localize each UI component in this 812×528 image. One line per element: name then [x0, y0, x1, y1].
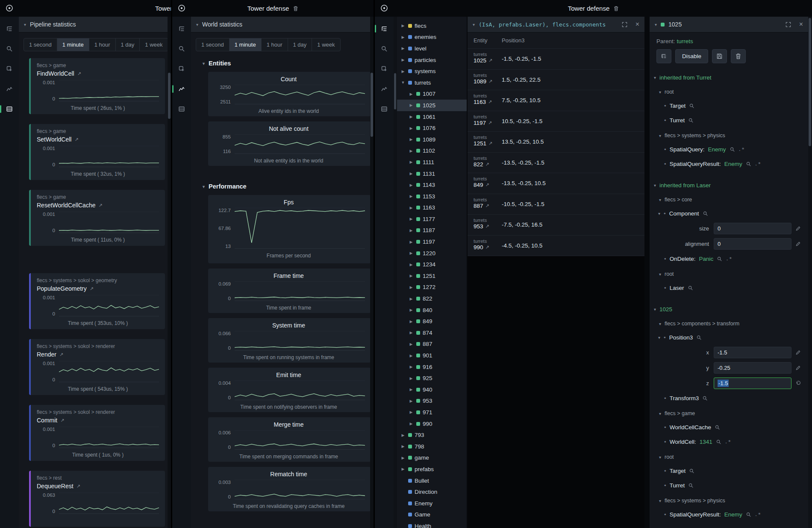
open-link-icon[interactable]: ↗ — [98, 203, 102, 208]
chevron-right-icon[interactable]: ▶ — [409, 160, 414, 164]
open-link-icon[interactable]: ↗ — [74, 137, 78, 142]
chevron-right-icon[interactable]: ▶ — [409, 365, 414, 369]
component-row-ondelete-[interactable]: •OnDelete:Panic.* — [664, 251, 808, 266]
z-input[interactable]: -1.5 — [714, 378, 791, 389]
open-link-icon[interactable]: ↗ — [485, 182, 489, 188]
chevron-right-icon[interactable]: ▶ — [409, 149, 414, 153]
edit-icon[interactable] — [795, 365, 801, 371]
entity-id-link[interactable]: 822 — [474, 161, 483, 168]
world-stats-panel-header[interactable]: ▾ World statistics — [191, 17, 374, 32]
tree-item-1102[interactable]: ▶1102 — [397, 145, 467, 157]
chart-view-icon[interactable] — [4, 84, 15, 94]
flecs-logo[interactable] — [177, 4, 186, 12]
timespan-tab-1-day[interactable]: 1 day — [288, 38, 312, 51]
tree-item-1007[interactable]: ▶1007 — [397, 88, 467, 100]
scrollbar-thumb[interactable] — [394, 73, 396, 109]
tree-item-1197[interactable]: ▶1197 — [397, 236, 467, 248]
section-header-entities[interactable]: ▾Entities — [203, 60, 374, 67]
entity-id-link[interactable]: 953 — [474, 223, 483, 230]
component-row-transform3[interactable]: •Transform3 — [664, 391, 808, 405]
chevron-right-icon[interactable]: ▶ — [409, 285, 414, 289]
table-view-icon[interactable] — [4, 104, 15, 114]
search-view-icon[interactable] — [4, 44, 15, 54]
inspect-view-icon[interactable] — [379, 64, 389, 74]
tree-item-901[interactable]: ▶901 — [397, 350, 467, 361]
component-group-flecs-core[interactable]: ▾flecs > core — [659, 193, 808, 206]
component-group-root[interactable]: ▾root — [659, 268, 808, 280]
tree-item-887[interactable]: ▶887 — [397, 339, 467, 350]
chevron-right-icon[interactable]: ▶ — [409, 399, 414, 403]
system-name[interactable]: Commit — [37, 417, 57, 424]
chevron-right-icon[interactable]: ▶ — [409, 319, 414, 324]
component-row-worldcellcache[interactable]: •WorldCellCache — [664, 420, 808, 434]
tree-item-enemy[interactable]: Enemy — [397, 498, 467, 509]
tree-item-flecs[interactable]: ▶flecs — [397, 20, 467, 32]
open-link-icon[interactable]: ↗ — [488, 58, 492, 63]
component-group-flecs-systems-physics[interactable]: ▾flecs > systems > physics — [659, 129, 808, 142]
tree-item-bullet[interactable]: Bullet — [397, 475, 467, 487]
x-input[interactable]: -1.5 — [714, 347, 791, 358]
system-name[interactable]: FindWorldCell — [37, 70, 74, 77]
tree-scrollbar[interactable] — [394, 17, 397, 528]
tree-item-1143[interactable]: ▶1143 — [397, 179, 467, 191]
chevron-down-icon[interactable]: ▾ — [659, 499, 661, 503]
undo-icon[interactable] — [795, 381, 801, 386]
component-row-spatialqueryresult-[interactable]: •SpatialQueryResult:Enemy.* — [664, 507, 808, 522]
tree-item-1025[interactable]: ▶1025 — [397, 100, 467, 111]
tree-view-icon[interactable] — [379, 24, 389, 34]
edit-icon[interactable] — [795, 350, 801, 355]
tree-item-1163[interactable]: ▶1163 — [397, 202, 467, 214]
tree-item-turrets[interactable]: ▼turrets — [397, 77, 467, 88]
flecs-logo[interactable] — [5, 4, 14, 12]
search-icon[interactable] — [746, 161, 751, 167]
query-result-row[interactable]: turrets1025↗-1.5, -0.25, -1.5 — [468, 49, 644, 70]
tree-item-940[interactable]: ▶940 — [397, 384, 467, 395]
entity-id-link[interactable]: 1025 — [474, 57, 486, 64]
parent-link[interactable]: turrets — [677, 38, 693, 44]
tree-item-1061[interactable]: ▶1061 — [397, 111, 467, 123]
search-icon[interactable] — [746, 512, 751, 517]
chevron-down-icon[interactable]: ▾ — [659, 198, 661, 202]
delete-world-icon[interactable] — [293, 6, 298, 12]
open-link-icon[interactable]: ↗ — [488, 99, 492, 105]
chevron-down-icon[interactable]: ▾ — [654, 183, 656, 188]
search-icon[interactable] — [689, 103, 694, 109]
chevron-right-icon[interactable]: ▶ — [409, 422, 414, 426]
open-link-icon[interactable]: ↗ — [90, 286, 94, 292]
entity-id-link[interactable]: 1089 — [474, 78, 486, 85]
component-row-component[interactable]: ▾•Component — [658, 206, 808, 221]
tree-item-798[interactable]: ▶798 — [397, 441, 467, 452]
chevron-down-icon[interactable]: ▾ — [659, 455, 661, 460]
close-icon[interactable]: × — [799, 21, 803, 28]
open-link-icon[interactable]: ↗ — [485, 245, 489, 250]
search-icon[interactable] — [715, 425, 720, 430]
chevron-right-icon[interactable]: ▶ — [400, 456, 406, 460]
inspector-section-inherited-from-laser[interactable]: ▾inherited from Laser — [654, 179, 808, 192]
column-header-position3[interactable]: Position3 — [502, 37, 524, 44]
chevron-right-icon[interactable]: ▶ — [400, 69, 406, 74]
open-link-icon[interactable]: ↗ — [488, 79, 492, 84]
search-icon[interactable] — [716, 439, 721, 445]
close-icon[interactable]: × — [635, 21, 639, 28]
open-link-icon[interactable]: ↗ — [76, 484, 80, 489]
query-result-row[interactable]: turrets849↗-13.5, -0.25, 10.5 — [468, 173, 644, 194]
component-value-link[interactable]: Enemy — [708, 146, 726, 153]
chevron-down-icon[interactable]: ▼ — [400, 80, 406, 85]
open-link-icon[interactable]: ↗ — [485, 224, 489, 229]
section-header-performance[interactable]: ▾Performance — [203, 183, 374, 190]
component-row-worldcell-[interactable]: •WorldCell:1341.* — [664, 434, 808, 449]
timespan-tab-1-second[interactable]: 1 second — [196, 38, 229, 51]
entity-id-link[interactable]: 887 — [474, 203, 483, 209]
chevron-right-icon[interactable]: ▶ — [409, 376, 414, 381]
tree-item-1131[interactable]: ▶1131 — [397, 168, 467, 180]
save-button[interactable] — [712, 49, 727, 63]
inspect-view-icon[interactable] — [4, 64, 15, 74]
chart-view-icon[interactable] — [379, 84, 389, 94]
chevron-right-icon[interactable]: ▶ — [409, 137, 414, 142]
tree-item-game[interactable]: Game — [397, 509, 467, 521]
timespan-tab-1-second[interactable]: 1 second — [24, 38, 57, 51]
chevron-right-icon[interactable]: ▶ — [409, 387, 414, 392]
tree-item-840[interactable]: ▶840 — [397, 304, 467, 316]
tree-item-1177[interactable]: ▶1177 — [397, 213, 467, 225]
timespan-tab-1-week[interactable]: 1 week — [312, 38, 340, 51]
